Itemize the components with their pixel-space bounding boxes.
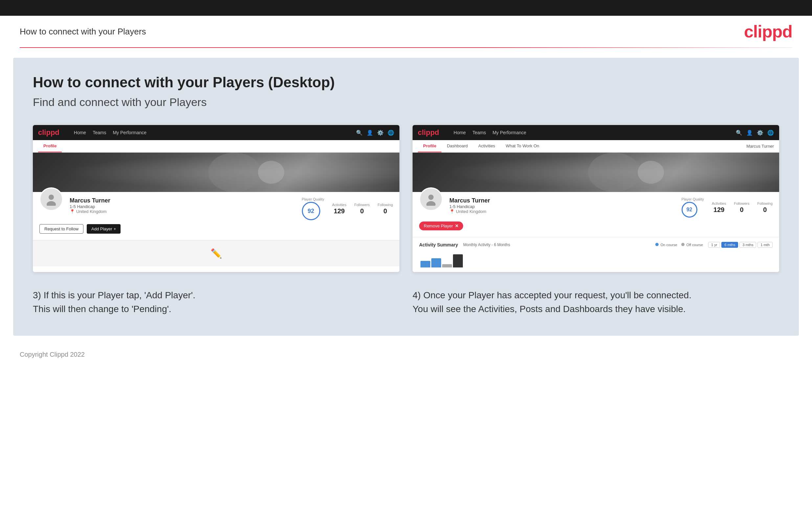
right-search-icon[interactable]: 🔍	[736, 130, 742, 136]
svg-point-6	[428, 194, 434, 200]
oncourse-dot	[655, 243, 659, 246]
left-nav-links: Home Teams My Performance	[74, 130, 147, 135]
header-divider	[20, 47, 792, 48]
right-globe-icon[interactable]: 🌐	[767, 130, 774, 136]
chart-bar-3	[442, 264, 452, 268]
svg-point-1	[258, 161, 284, 184]
right-activity-summary: Activity Summary Monthly Activity - 6 Mo…	[413, 237, 779, 272]
left-player-name: Marcus Turner	[70, 197, 295, 204]
description-left: 3) If this is your Player tap, 'Add Play…	[33, 288, 399, 316]
left-quality-circle: 92	[302, 202, 320, 220]
screenshots-row: clippd Home Teams My Performance 🔍 👤 ⚙️ …	[33, 125, 779, 272]
left-player-handicap: 1-5 Handicap	[70, 204, 295, 209]
logo: clippd	[744, 22, 792, 41]
left-action-buttons: Request to Follow Add Player +	[39, 224, 393, 234]
add-player-button[interactable]: Add Player +	[87, 224, 120, 234]
chart-bar-1	[420, 261, 430, 268]
svg-point-5	[638, 161, 664, 184]
right-quality-circle: 92	[681, 202, 697, 218]
right-nav-icons: 🔍 👤 ⚙️ 🌐	[736, 130, 774, 136]
chart-bar-2	[431, 258, 441, 268]
offcourse-dot	[681, 243, 684, 246]
description-right: 4) Once your Player has accepted your re…	[413, 288, 779, 316]
right-tab-profile[interactable]: Profile	[418, 140, 442, 152]
right-app-nav: clippd Home Teams My Performance 🔍 👤 ⚙️ …	[413, 125, 779, 140]
right-avatar-icon	[424, 192, 438, 206]
descriptions-row: 3) If this is your Player tap, 'Add Play…	[33, 288, 779, 316]
left-nav-logo: clippd	[38, 128, 59, 137]
svg-point-7	[426, 201, 436, 206]
right-stat-following: Following 0	[757, 202, 773, 214]
left-screenshot-bottom: ✏️	[33, 240, 399, 267]
hero-decoration	[33, 153, 399, 192]
left-stats-row: Player Quality 92 Activities 129 Followe…	[302, 197, 393, 220]
left-avatar-area: Marcus Turner 1-5 Handicap 📍 United King…	[39, 187, 393, 220]
right-hero-decoration	[413, 153, 779, 192]
location-icon: 📍	[70, 209, 75, 214]
left-stat-activities: Activities 129	[332, 203, 346, 215]
avatar-icon	[45, 192, 58, 206]
top-bar	[0, 0, 812, 16]
activity-header: Activity Summary Monthly Activity - 6 Mo…	[419, 242, 773, 248]
right-hero-image	[413, 153, 779, 192]
activity-chart	[419, 251, 773, 268]
left-tab-profile[interactable]: Profile	[38, 140, 62, 152]
chart-bars	[420, 254, 771, 268]
main-content: How to connect with your Players (Deskto…	[13, 58, 799, 336]
svg-point-2	[49, 194, 54, 200]
time-btn-6mths[interactable]: 6 mths	[721, 242, 738, 248]
right-profile-tabs: Profile Dashboard Activities What To Wor…	[418, 140, 544, 152]
right-stat-quality: Player Quality 92	[681, 197, 704, 218]
right-nav-performance[interactable]: My Performance	[492, 130, 526, 135]
activity-title: Activity Summary	[419, 242, 458, 247]
right-action-buttons: Remove Player ✕	[419, 222, 773, 230]
user-icon[interactable]: 👤	[367, 130, 373, 136]
right-location-icon: 📍	[449, 209, 455, 214]
globe-icon[interactable]: 🌐	[388, 130, 394, 136]
left-nav-performance[interactable]: My Performance	[113, 130, 147, 135]
activity-legend: On course Off course	[655, 243, 703, 247]
search-icon[interactable]: 🔍	[356, 130, 363, 136]
right-stat-activities: Activities 129	[712, 202, 726, 214]
left-player-location: 📍 United Kingdom	[70, 209, 295, 214]
left-player-avatar	[39, 187, 63, 211]
player-dropdown[interactable]: Marcus Turner	[746, 144, 774, 149]
right-nav-links: Home Teams My Performance	[454, 130, 526, 135]
copyright-text: Copyright Clippd 2022	[20, 351, 85, 358]
right-avatar-area: Marcus Turner 1-5 Handicap 📍 United King…	[419, 187, 773, 218]
left-stat-followers: Followers 0	[354, 203, 369, 215]
left-hero-image	[33, 153, 399, 192]
time-btn-1mth[interactable]: 1 mth	[757, 242, 773, 248]
time-btn-3mths[interactable]: 3 mths	[740, 242, 756, 248]
settings-icon[interactable]: ⚙️	[377, 130, 384, 136]
right-nav-home[interactable]: Home	[454, 130, 466, 135]
right-player-section: Marcus Turner 1-5 Handicap 📍 United King…	[413, 192, 779, 237]
right-settings-icon[interactable]: ⚙️	[757, 130, 763, 136]
svg-point-4	[588, 153, 641, 192]
right-nav-teams[interactable]: Teams	[472, 130, 486, 135]
left-nav-home[interactable]: Home	[74, 130, 86, 135]
right-tab-dashboard[interactable]: Dashboard	[442, 140, 473, 152]
description-left-text: 3) If this is your Player tap, 'Add Play…	[33, 288, 399, 316]
screenshot-left: clippd Home Teams My Performance 🔍 👤 ⚙️ …	[33, 125, 399, 272]
right-nav-logo: clippd	[418, 128, 439, 137]
header: How to connect with your Players clippd	[0, 16, 812, 47]
left-nav-teams[interactable]: Teams	[93, 130, 106, 135]
activity-time-buttons: 1 yr 6 mths 3 mths 1 mth	[708, 242, 773, 248]
page-heading: How to connect with your Players (Deskto…	[33, 74, 779, 91]
right-tab-whattoworkon[interactable]: What To Work On	[500, 140, 544, 152]
left-player-section: Marcus Turner 1-5 Handicap 📍 United King…	[33, 192, 399, 240]
right-user-icon[interactable]: 👤	[746, 130, 753, 136]
right-tab-activities[interactable]: Activities	[473, 140, 500, 152]
right-stats-row: Player Quality 92 Activities 129 Followe…	[681, 197, 773, 218]
right-stat-followers: Followers 0	[734, 202, 749, 214]
remove-player-button[interactable]: Remove Player ✕	[419, 222, 463, 230]
page-title: How to connect with your Players	[20, 26, 146, 37]
svg-point-3	[47, 201, 56, 206]
right-player-handicap: 1-5 Handicap	[449, 204, 675, 209]
activity-period: Monthly Activity - 6 Months	[463, 242, 510, 247]
time-btn-1yr[interactable]: 1 yr	[708, 242, 720, 248]
left-stat-following: Following 0	[378, 203, 393, 215]
request-follow-button[interactable]: Request to Follow	[39, 224, 84, 234]
right-player-avatar	[419, 187, 443, 211]
